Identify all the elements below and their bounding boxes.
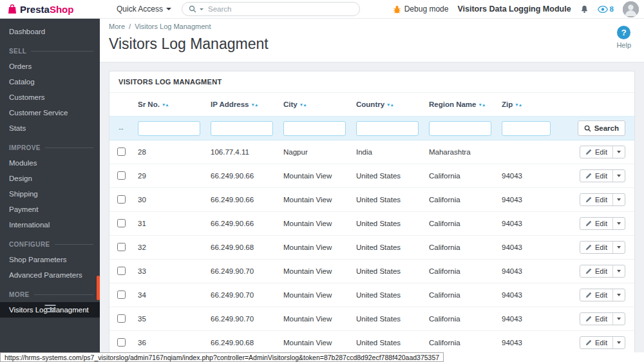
filter-input-country[interactable] <box>356 121 419 136</box>
edit-dropdown-toggle[interactable] <box>612 313 625 325</box>
sort-icons-ip-address[interactable]: ▼▲ <box>251 102 258 107</box>
row-checkbox[interactable] <box>117 171 126 180</box>
user-avatar[interactable] <box>623 1 639 17</box>
sidebar-scrollbar-thumb[interactable] <box>97 276 100 300</box>
breadcrumb: More / Visitors Log Managment <box>109 23 635 30</box>
cell-country: United States <box>351 307 424 331</box>
cell-region: California <box>424 260 497 283</box>
edit-button[interactable]: Edit <box>580 337 612 348</box>
cell-region: California <box>424 283 497 307</box>
row-checkbox[interactable] <box>117 291 126 299</box>
sort-icons-city[interactable]: ▼▲ <box>299 102 307 107</box>
header-search[interactable] <box>182 2 360 16</box>
collapse-menu-button[interactable] <box>44 305 55 312</box>
edit-button-label: Edit <box>595 291 607 299</box>
column-header-ip-address[interactable]: IP Address <box>211 100 249 108</box>
sidebar-item-customer-service[interactable]: Customer Service <box>0 105 100 120</box>
column-header-region-name[interactable]: Region Name <box>429 100 477 108</box>
column-header-sr-no[interactable]: Sr No. <box>138 100 160 108</box>
edit-dropdown-toggle[interactable] <box>612 289 625 301</box>
sidebar-item-modules[interactable]: Modules <box>0 155 100 171</box>
edit-button-group: Edit <box>580 241 625 254</box>
edit-button[interactable]: Edit <box>580 146 612 158</box>
pencil-icon <box>585 292 592 298</box>
sidebar-item-stats[interactable]: Stats <box>0 120 100 136</box>
sidebar-item-catalog[interactable]: Catalog <box>0 74 100 90</box>
cell-sr: 33 <box>133 260 205 283</box>
sidebar-section-title: IMPROVE <box>9 144 41 151</box>
search-input[interactable] <box>207 5 353 14</box>
edit-button-label: Edit <box>595 196 607 204</box>
sort-icons-sr-no[interactable]: ▼▲ <box>162 102 169 107</box>
edit-dropdown-toggle[interactable] <box>612 265 625 277</box>
edit-button[interactable]: Edit <box>580 289 612 301</box>
edit-button[interactable]: Edit <box>580 194 612 205</box>
sidebar-item-payment[interactable]: Payment <box>0 202 100 217</box>
table-row: 28 106.77.4.11 Nagpur India Maharashtra … <box>109 140 634 164</box>
sidebar-item-shop-parameters[interactable]: Shop Parameters <box>0 252 100 267</box>
sidebar-item-dashboard[interactable]: Dashboard <box>0 24 100 39</box>
cell-zip: 94043 <box>497 331 556 353</box>
filter-input-ip-address[interactable] <box>211 121 273 136</box>
cell-zip: 94043 <box>497 283 556 307</box>
column-header-country[interactable]: Country <box>356 100 384 108</box>
cell-country: United States <box>351 212 424 236</box>
sidebar-item-design[interactable]: Design <box>0 171 100 186</box>
edit-button-label: Edit <box>595 315 607 323</box>
debug-mode-indicator[interactable]: Debug mode <box>393 5 449 14</box>
breadcrumb-current: Visitors Log Managment <box>135 23 211 30</box>
sidebar-item-advanced-parameters[interactable]: Advanced Parameters <box>0 267 100 283</box>
cell-region: California <box>424 331 497 353</box>
quick-access-menu[interactable]: Quick Access <box>117 5 171 14</box>
filter-input-zip[interactable] <box>502 121 551 136</box>
sidebar-item-customers[interactable]: Customers <box>0 90 100 105</box>
sidebar-item-international[interactable]: International <box>0 217 100 233</box>
row-checkbox[interactable] <box>117 267 126 275</box>
row-checkbox[interactable] <box>117 219 126 227</box>
visitors-online-indicator[interactable]: 8 <box>598 5 614 13</box>
edit-button[interactable]: Edit <box>580 265 612 277</box>
column-header-checkbox <box>109 93 133 117</box>
edit-dropdown-toggle[interactable] <box>612 218 625 229</box>
cell-city: Nagpur <box>278 140 351 164</box>
row-checkbox[interactable] <box>117 314 126 323</box>
sort-icons-country[interactable]: ▼▲ <box>386 102 393 107</box>
module-title: Visitors Data Logging Module <box>457 5 571 14</box>
edit-button[interactable]: Edit <box>580 170 612 182</box>
filter-input-city[interactable] <box>283 121 346 136</box>
edit-dropdown-toggle[interactable] <box>612 194 625 205</box>
breadcrumb-separator: / <box>129 23 131 30</box>
edit-dropdown-toggle[interactable] <box>612 146 625 158</box>
sidebar-item-orders[interactable]: Orders <box>0 59 100 74</box>
edit-dropdown-toggle[interactable] <box>612 170 625 182</box>
edit-button-group: Edit <box>580 146 625 158</box>
row-checkbox[interactable] <box>117 338 126 347</box>
row-checkbox[interactable] <box>117 148 126 156</box>
help-button[interactable]: ? Help <box>616 26 631 49</box>
edit-button[interactable]: Edit <box>580 313 612 325</box>
column-header-zip[interactable]: Zip <box>502 100 513 108</box>
breadcrumb-parent[interactable]: More <box>109 23 125 30</box>
cell-sr: 32 <box>133 236 205 260</box>
search-scope-chevron-icon[interactable] <box>200 8 204 10</box>
cell-zip: 94043 <box>497 164 556 188</box>
column-header-city[interactable]: City <box>283 100 298 108</box>
cell-ip: 66.249.90.70 <box>205 283 278 307</box>
row-checkbox[interactable] <box>117 243 126 251</box>
prestashop-logo[interactable]: PrestaShop <box>0 0 108 18</box>
filter-input-region-name[interactable] <box>429 121 491 136</box>
edit-dropdown-toggle[interactable] <box>612 337 625 348</box>
notifications-bell-icon[interactable] <box>580 5 589 14</box>
sidebar-item-shipping[interactable]: Shipping <box>0 186 100 202</box>
sidebar-section-header: IMPROVE <box>0 136 100 155</box>
edit-button[interactable]: Edit <box>580 242 612 253</box>
sort-icons-zip[interactable]: ▼▲ <box>515 102 522 107</box>
chevron-down-icon <box>617 246 621 249</box>
search-button[interactable]: Search <box>578 120 625 136</box>
row-checkbox[interactable] <box>117 195 126 204</box>
edit-dropdown-toggle[interactable] <box>612 242 625 253</box>
app-window: PrestaShop Quick Access Debug mode <box>0 0 644 362</box>
edit-button[interactable]: Edit <box>580 218 612 229</box>
sort-icons-region-name[interactable]: ▼▲ <box>478 102 486 107</box>
filter-input-sr-no[interactable] <box>138 121 200 136</box>
